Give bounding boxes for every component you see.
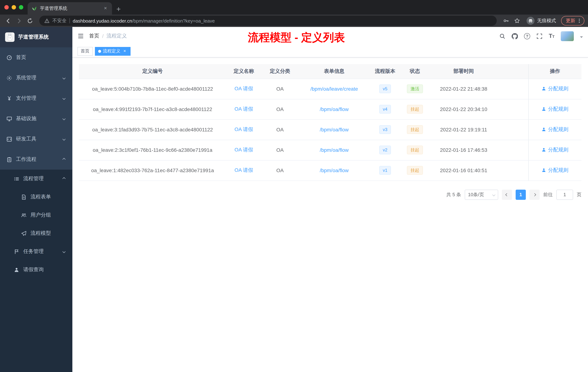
- code-tool-icon: [7, 136, 12, 142]
- definition-id-cell: oa_leave:4:991f2193-7b7f-11ec-a3c8-acde4…: [79, 99, 226, 119]
- version-badge: v3: [379, 125, 391, 134]
- filler-cell: [498, 119, 528, 140]
- table-row: oa_leave:5:004b710b-7b8a-11ec-8ef0-acde4…: [79, 79, 581, 99]
- definition-name-link[interactable]: OA 请假: [235, 126, 253, 132]
- col-actions: 操作: [528, 64, 581, 79]
- filler-cell: [498, 160, 528, 181]
- user-avatar[interactable]: [561, 31, 574, 41]
- back-button[interactable]: [4, 16, 12, 25]
- filler-cell: [498, 99, 528, 119]
- definition-id-cell: oa_leave:5:004b710b-7b8a-11ec-8ef0-acde4…: [79, 79, 226, 99]
- fullscreen-icon[interactable]: [536, 33, 543, 39]
- security-warning-icon[interactable]: [44, 18, 50, 23]
- chevron-down-icon: [63, 97, 66, 100]
- sidebar-item-payment[interactable]: 支付管理: [0, 88, 72, 109]
- yen-icon: [7, 96, 12, 101]
- window-close-button[interactable]: [4, 5, 9, 10]
- assign-rule-link[interactable]: 分配规则: [542, 86, 568, 92]
- sidebar-item-process-management[interactable]: 流程管理: [0, 170, 72, 188]
- breadcrumb-separator: /: [102, 33, 104, 39]
- version-badge: v4: [379, 105, 391, 114]
- sidebar-item-process-model[interactable]: 流程模型: [0, 224, 72, 242]
- definition-name-link[interactable]: OA 请假: [235, 167, 253, 173]
- sidebar-item-user-group[interactable]: 用户分组: [0, 206, 72, 224]
- table-row: oa_leave:2:3c1f0ef1-76b1-11ec-9c66-a2380…: [79, 140, 581, 160]
- person-icon: [542, 148, 546, 152]
- tab-close-icon[interactable]: [103, 5, 108, 11]
- chevron-down-icon[interactable]: [580, 36, 583, 39]
- definition-name-link[interactable]: OA 请假: [235, 86, 253, 91]
- breadcrumb-current: 流程定义: [106, 33, 127, 39]
- assign-rule-link[interactable]: 分配规则: [542, 147, 568, 153]
- status-badge: 挂起: [407, 105, 423, 114]
- breadcrumb: 首页 / 流程定义: [89, 33, 127, 39]
- search-icon[interactable]: [499, 33, 505, 39]
- definition-id-cell: oa_leave:3:1fad3d93-7b75-11ec-a3c8-acde4…: [79, 119, 226, 140]
- sidebar-item-infrastructure[interactable]: 基础设施: [0, 109, 72, 129]
- sidebar-item-workflow[interactable]: 工作流程: [0, 149, 72, 170]
- deploy-time-cell: 2022-01-22 20:34:10: [430, 99, 498, 119]
- form-info-link[interactable]: /bpm/oa/flow: [320, 167, 349, 173]
- definition-category-cell: OA: [262, 140, 299, 160]
- assign-rule-link[interactable]: 分配规则: [542, 106, 568, 112]
- pagination-total: 共 5 条: [446, 191, 461, 198]
- users-icon: [21, 212, 27, 218]
- sidebar: 芋道管理系统 首页 系统管理 支付管理 基: [0, 27, 72, 372]
- window-controls: [4, 5, 23, 10]
- chevron-up-icon: [63, 158, 66, 161]
- password-key-icon[interactable]: [502, 16, 511, 25]
- sidebar-item-dev-tools[interactable]: 研发工具: [0, 129, 72, 149]
- definition-name-link[interactable]: OA 请假: [235, 147, 253, 153]
- assign-rule-link[interactable]: 分配规则: [542, 126, 568, 133]
- annotation-text: 流程模型 - 定义列表: [248, 30, 345, 45]
- table-row: oa_leave:1:482ec033-762a-11ec-8477-a2380…: [79, 160, 581, 181]
- sidebar-item-leave-query[interactable]: 请假查询: [0, 261, 72, 279]
- page-1-button[interactable]: 1: [516, 189, 526, 200]
- question-icon[interactable]: [524, 33, 530, 39]
- app-logo[interactable]: 芋道管理系统: [0, 27, 72, 47]
- new-tab-button[interactable]: [116, 6, 121, 12]
- update-button[interactable]: 更新: [561, 16, 584, 25]
- deploy-time-cell: 2022-01-16 17:46:53: [430, 140, 498, 160]
- page-size-select[interactable]: 10条/页: [465, 189, 498, 200]
- github-icon[interactable]: [512, 33, 518, 39]
- incognito-badge: 无痕模式: [526, 17, 556, 25]
- form-info-link[interactable]: /bpm/oa/flow: [320, 147, 349, 153]
- next-page-button[interactable]: [529, 189, 540, 200]
- prev-page-button[interactable]: [502, 189, 512, 200]
- goto-page-input[interactable]: [556, 189, 573, 200]
- window-zoom-button[interactable]: [19, 5, 23, 10]
- breadcrumb-home[interactable]: 首页: [89, 33, 99, 39]
- address-bar[interactable]: 不安全 dashboard.yudao.iocoder.cn/bpm/manag…: [39, 16, 497, 26]
- form-info-link[interactable]: /bpm/oa/leave/create: [310, 86, 358, 92]
- hamburger-icon[interactable]: [72, 33, 89, 39]
- sidebar-item-task-management[interactable]: 任务管理: [0, 242, 72, 261]
- browser-tab[interactable]: 芋道管理系统: [28, 2, 112, 15]
- table-row: oa_leave:4:991f2193-7b7f-11ec-a3c8-acde4…: [79, 99, 581, 119]
- person-icon: [542, 87, 546, 91]
- sidebar-item-system[interactable]: 系统管理: [0, 68, 72, 88]
- dashboard-icon: [7, 55, 12, 60]
- bookmark-star-icon[interactable]: [513, 16, 521, 25]
- tag-process-definition[interactable]: 流程定义: [95, 47, 131, 55]
- chevron-down-icon: [492, 193, 495, 196]
- page-url: dashboard.yudao.iocoder.cn/bpm/manager/d…: [73, 18, 215, 23]
- forward-button[interactable]: [15, 16, 23, 25]
- form-info-link[interactable]: /bpm/oa/flow: [320, 127, 349, 132]
- definition-name-link[interactable]: OA 请假: [235, 106, 253, 112]
- form-info-link[interactable]: /bpm/oa/flow: [320, 106, 349, 112]
- reload-button[interactable]: [25, 16, 34, 25]
- status-badge: 挂起: [407, 125, 423, 134]
- assign-rule-link[interactable]: 分配规则: [542, 167, 568, 174]
- browser-window: 芋道管理系统 不安全 dashboard.yudao.iocoder.cn/bp…: [0, 0, 588, 372]
- chevron-down-icon: [63, 250, 66, 253]
- font-size-icon[interactable]: [549, 33, 555, 39]
- sidebar-item-home[interactable]: 首页: [0, 47, 72, 68]
- goto-label: 前往: [543, 191, 553, 198]
- sidebar-item-process-form[interactable]: 流程表单: [0, 188, 72, 206]
- tag-close-icon[interactable]: [122, 49, 127, 54]
- definition-id-cell: oa_leave:1:482ec033-762a-11ec-8477-a2380…: [79, 160, 226, 181]
- browser-menu-icon[interactable]: [577, 18, 582, 23]
- tag-home[interactable]: 首页: [77, 47, 93, 55]
- window-minimize-button[interactable]: [12, 5, 16, 10]
